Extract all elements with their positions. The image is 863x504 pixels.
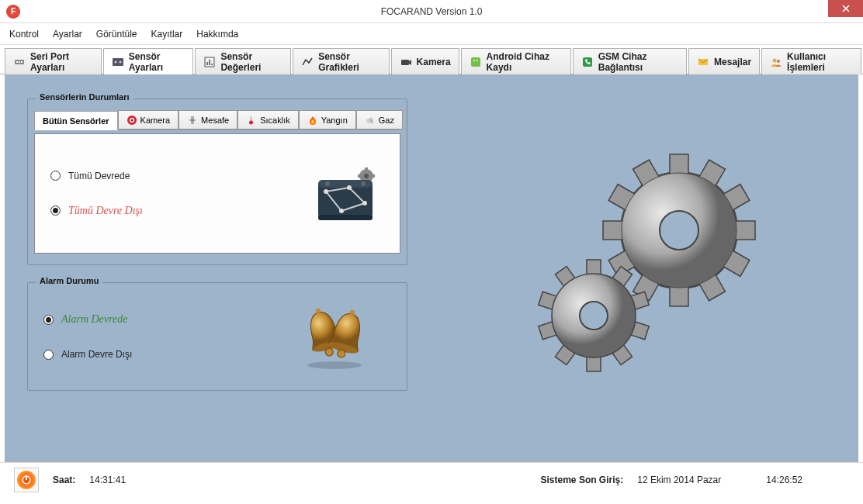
- content-panel: Sensörlerin Durumları Bütün Sensörler Ka…: [5, 74, 858, 462]
- svg-rect-34: [365, 167, 368, 171]
- tab-sensor-ayarlari[interactable]: Sensör Ayarları: [103, 48, 194, 74]
- svg-rect-62: [670, 286, 688, 306]
- svg-point-8: [119, 60, 121, 63]
- svg-point-46: [339, 209, 344, 213]
- svg-point-7: [114, 60, 116, 63]
- svg-rect-47: [318, 215, 373, 220]
- gas-icon: [365, 115, 376, 126]
- subtab-label: Sıcaklık: [260, 116, 290, 125]
- sensor-settings-icon: [112, 56, 124, 68]
- group-title: Sensörlerin Durumları: [36, 92, 133, 102]
- svg-rect-70: [587, 260, 601, 275]
- menu-ayarlar[interactable]: Ayarlar: [53, 29, 82, 40]
- svg-rect-13: [401, 60, 409, 65]
- radio-label: Tümü Devrede: [68, 171, 130, 181]
- menu-kayitlar[interactable]: Kayıtlar: [151, 29, 183, 40]
- radio-icon: [43, 350, 54, 360]
- temperature-icon: [246, 115, 257, 126]
- time-label: Saat:: [53, 475, 75, 485]
- svg-point-17: [477, 60, 478, 61]
- tab-label: Sensör Grafikleri: [318, 51, 380, 73]
- app-icon: F: [6, 5, 20, 19]
- subtab-label: Gaz: [379, 116, 394, 125]
- sensor-status-group: Sensörlerin Durumları Bütün Sensörler Ka…: [27, 98, 407, 265]
- radio-all-off[interactable]: Tümü Devre Dışı: [50, 205, 143, 217]
- android-icon: [470, 56, 482, 68]
- tab-label: Kullanıcı İşlemleri: [787, 51, 853, 73]
- camera-icon: [127, 115, 137, 126]
- power-icon: [17, 471, 36, 489]
- subtab-mesafe[interactable]: Mesafe: [178, 110, 237, 129]
- svg-rect-11: [209, 60, 210, 65]
- radio-label: Tümü Devre Dışı: [68, 205, 143, 217]
- tab-kullanici[interactable]: Kullanıcı İşlemleri: [761, 48, 861, 74]
- distance-icon: [187, 115, 198, 126]
- subtab-kamera[interactable]: Kamera: [118, 110, 179, 129]
- svg-rect-36: [358, 174, 361, 178]
- radio-alarm-on[interactable]: Alarm Devrede: [43, 313, 132, 326]
- window-title: FOCARAND Version 1.0: [381, 6, 483, 17]
- alarm-status-group: Alarm Durumu Alarm Devrede Alarm Devre D…: [27, 282, 407, 391]
- tab-sensor-degerleri[interactable]: Sensör Değerleri: [195, 48, 291, 74]
- tab-label: Sensör Ayarları: [129, 51, 185, 73]
- svg-rect-10: [206, 62, 208, 65]
- menu-kontrol[interactable]: Kontrol: [9, 29, 39, 40]
- tab-label: Seri Port Ayarları: [30, 51, 93, 73]
- menu-hakkimda[interactable]: Hakkımda: [196, 29, 238, 40]
- svg-point-43: [324, 189, 328, 194]
- tab-sensor-grafikleri[interactable]: Sensör Grafikleri: [293, 48, 389, 74]
- phone-icon: [581, 56, 594, 68]
- close-icon: [842, 5, 850, 12]
- tab-label: GSM Cihaz Bağlantısı: [598, 51, 678, 73]
- subtab-label: Yangın: [321, 116, 348, 125]
- svg-rect-59: [735, 221, 755, 240]
- power-button[interactable]: [14, 468, 39, 492]
- svg-rect-65: [603, 221, 623, 240]
- svg-rect-4: [19, 61, 20, 63]
- device-image: [310, 161, 384, 226]
- users-icon: [770, 56, 782, 68]
- tab-mesajlar[interactable]: Mesajlar: [688, 48, 760, 74]
- tab-android[interactable]: Android Cihaz Kaydı: [461, 48, 571, 74]
- radio-alarm-off[interactable]: Alarm Devre Dışı: [43, 349, 132, 360]
- radio-all-on[interactable]: Tümü Devrede: [50, 171, 143, 181]
- subtab-butun[interactable]: Bütün Sensörler: [34, 111, 118, 130]
- svg-rect-37: [372, 174, 375, 178]
- subtab-sicaklik[interactable]: Sıcaklık: [237, 110, 299, 129]
- radio-icon: [43, 315, 54, 325]
- tab-label: Sensör Değerleri: [220, 51, 282, 73]
- sensor-subtabs: Bütün Sensörler Kamera Mesafe Sıcaklık Y…: [34, 110, 400, 130]
- svg-point-69: [660, 211, 698, 250]
- svg-point-54: [307, 361, 362, 369]
- subtab-yangin[interactable]: Yangın: [299, 110, 356, 129]
- svg-rect-3: [16, 61, 18, 63]
- group-title: Alarm Durumu: [36, 276, 102, 285]
- svg-rect-75: [587, 356, 601, 371]
- svg-point-44: [347, 185, 352, 190]
- tab-label: Android Cihaz Kaydı: [487, 51, 563, 73]
- alarm-radio-group: Alarm Devrede Alarm Devre Dışı: [43, 313, 132, 360]
- svg-rect-12: [211, 64, 213, 65]
- radio-label: Alarm Devrede: [61, 313, 127, 326]
- tab-label: Kamera: [417, 57, 451, 67]
- chart-icon: [301, 56, 314, 68]
- time-value: 14:31:41: [89, 475, 126, 485]
- svg-point-24: [130, 119, 133, 121]
- subtab-gaz[interactable]: Gaz: [356, 110, 403, 129]
- statusbar: Saat: 14:31:41 Sisteme Son Giriş: 12 Eki…: [0, 462, 863, 496]
- svg-point-33: [364, 174, 369, 178]
- close-button[interactable]: [828, 0, 863, 17]
- messages-icon: [697, 56, 709, 68]
- tab-seri-port[interactable]: Seri Port Ayarları: [5, 48, 102, 74]
- menu-goruntule[interactable]: Görüntüle: [96, 29, 137, 40]
- sensor-inner-panel: Tümü Devrede Tümü Devre Dışı: [34, 133, 400, 254]
- svg-point-28: [249, 120, 253, 124]
- camera-icon: [400, 56, 412, 68]
- tab-gsm[interactable]: GSM Cihaz Bağlantısı: [573, 48, 687, 74]
- serial-port-icon: [13, 56, 26, 68]
- svg-marker-14: [409, 60, 411, 65]
- svg-rect-15: [471, 57, 480, 67]
- tab-kamera[interactable]: Kamera: [391, 48, 459, 74]
- login-date: 12 Ekim 2014 Pazar: [637, 475, 721, 485]
- svg-point-45: [362, 201, 367, 205]
